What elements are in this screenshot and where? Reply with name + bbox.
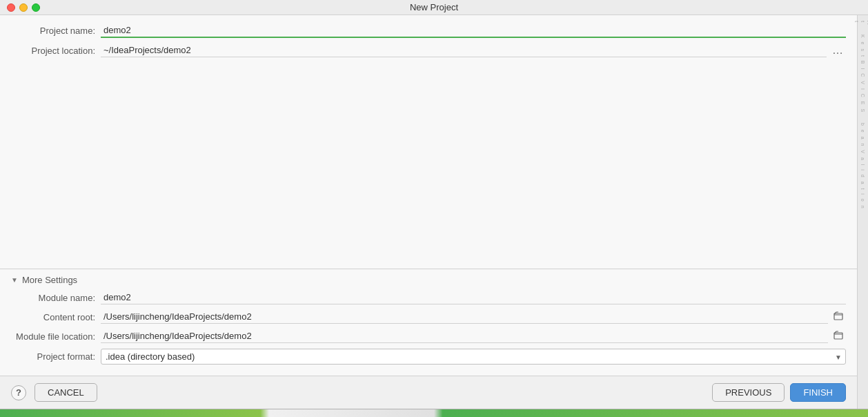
module-name-input-wrapper [101,291,846,304]
content-root-label: Content root: [11,312,101,322]
bottom-bar: ? CANCEL PREVIOUS FINISH [0,376,857,409]
project-format-select-wrapper: .idea (directory based) .ipr (file based… [101,349,846,365]
help-button[interactable]: ? [11,385,26,400]
content-root-input-wrapper [101,310,846,324]
right-panel-top-text: Att [854,15,868,25]
module-file-location-row: Module file location: [11,329,846,343]
project-name-input[interactable] [101,23,846,38]
project-name-input-wrapper [101,23,846,38]
content-root-input[interactable] [101,310,828,324]
svg-rect-1 [834,333,842,339]
svg-rect-0 [834,313,842,320]
project-format-label: Project format: [11,351,101,362]
more-settings-form: Module name: Content root: [11,291,846,365]
more-settings-section: ▼ More Settings Module name: Content roo… [0,269,857,376]
finish-button[interactable]: FINISH [790,383,846,402]
module-file-location-input[interactable] [101,329,828,343]
project-name-label: Project name: [11,26,101,36]
project-location-browse-button[interactable]: … [829,44,846,57]
more-settings-label: More Settings [22,275,77,285]
empty-space [0,68,857,269]
cancel-button[interactable]: CANCEL [34,383,97,402]
right-panel: Att K e s t B I C V I C E S b e a n V a … [857,15,868,409]
title-bar: New Project [0,0,868,15]
module-name-input[interactable] [101,291,846,304]
project-location-label: Project location: [11,46,101,56]
project-location-input[interactable] [101,43,827,57]
module-file-location-label: Module file location: [11,331,101,342]
content-root-browse-button[interactable] [831,311,846,323]
bottom-status-bar [0,409,868,417]
project-location-row: Project location: … [11,43,846,57]
content-root-row: Content root: [11,310,846,324]
top-form-section: Project name: Project location: … [0,15,857,68]
chevron-down-icon: ▼ [11,276,18,284]
module-file-location-browse-button[interactable] [831,330,846,342]
close-button[interactable] [7,3,15,12]
module-file-location-input-wrapper [101,329,846,343]
minimize-button[interactable] [19,3,28,12]
previous-button[interactable]: PREVIOUS [712,383,785,402]
module-name-row: Module name: [11,291,846,304]
project-format-row: Project format: .idea (directory based) … [11,349,846,365]
project-name-row: Project name: [11,23,846,38]
traffic-lights [7,3,40,12]
project-location-input-wrapper: … [101,43,846,57]
main-content: Project name: Project location: … ▼ More… [0,15,868,409]
right-panel-bottom-text: b e a n V a l i d a t i o n [860,116,865,210]
action-buttons: PREVIOUS FINISH [712,383,846,402]
dialog-area: Project name: Project location: … ▼ More… [0,15,857,409]
project-format-select[interactable]: .idea (directory based) .ipr (file based… [101,349,846,365]
more-settings-header[interactable]: ▼ More Settings [11,275,846,285]
module-name-label: Module name: [11,293,101,303]
right-panel-middle-text: K e s t B I C V I C E S [860,28,865,113]
window-title: New Project [410,2,458,12]
maximize-button[interactable] [32,3,40,12]
